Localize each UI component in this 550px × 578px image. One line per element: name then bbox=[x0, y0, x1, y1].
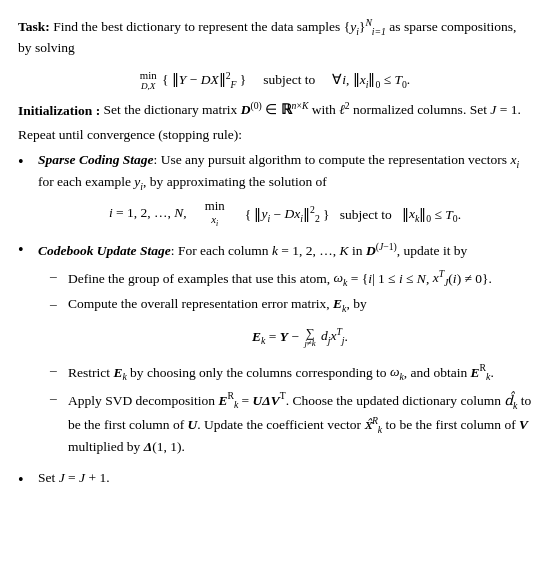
sub-step-2-content: Compute the overall representation error… bbox=[68, 294, 532, 356]
min-label: min D,X { ‖Y − DX‖2F } bbox=[140, 72, 250, 87]
set-j-item: • Set J = J + 1. bbox=[18, 468, 532, 491]
set-j-content: Set J = J + 1. bbox=[38, 468, 532, 489]
bullet-2: • bbox=[18, 238, 34, 261]
dash-3: – bbox=[50, 360, 64, 381]
min-subscript: D,X bbox=[141, 81, 156, 91]
dash-1: – bbox=[50, 266, 64, 287]
sub-step-3-content: Restrict Ek by choosing only the columns… bbox=[68, 360, 532, 384]
dash-4: – bbox=[50, 388, 64, 409]
sparse-coding-item: • Sparse Coding Stage: Use any pursuit a… bbox=[18, 150, 532, 232]
error-matrix-eq: Ek = Y − ∑ j≠k djxTj. bbox=[68, 324, 532, 348]
codebook-sub-steps: – Define the group of examples that use … bbox=[38, 266, 532, 458]
sparse-min-block: min xi bbox=[205, 199, 225, 228]
initialization-section: Initialization : Set the dictionary matr… bbox=[18, 98, 532, 121]
dash-2: – bbox=[50, 294, 64, 315]
codebook-update-item: • Codebook Update Stage: For each column… bbox=[18, 238, 532, 461]
subject-to: subject to bbox=[263, 72, 315, 87]
sub-step-2: – Compute the overall representation err… bbox=[50, 294, 532, 356]
sub-step-1: – Define the group of examples that use … bbox=[50, 266, 532, 290]
algorithm-steps: • Sparse Coding Stage: Use any pursuit a… bbox=[18, 150, 532, 491]
repeat-label: Repeat until convergence (stopping rule)… bbox=[18, 125, 532, 146]
sub-step-4: – Apply SVD decomposition ERk = UΔVT. Ch… bbox=[50, 388, 532, 457]
optimization-problem: min D,X { ‖Y − DX‖2F } subject to ∀i, ‖x… bbox=[18, 67, 532, 91]
init-label: Initialization : bbox=[18, 102, 100, 117]
min-text: min bbox=[140, 70, 157, 82]
codebook-stage-label: Codebook Update Stage bbox=[38, 243, 171, 258]
codebook-update-content: Codebook Update Stage: For each column k… bbox=[38, 238, 532, 461]
sparse-i-range: i = 1, 2, …, N, bbox=[109, 203, 187, 224]
bullet-3: • bbox=[18, 468, 34, 491]
sparse-obj: { ‖yi − Dxi‖22 } subject to ‖xk‖0 ≤ T0. bbox=[245, 202, 461, 226]
sparse-equation-row: i = 1, 2, …, N, min xi { ‖yi − Dxi‖22 } … bbox=[38, 199, 532, 228]
sub-step-1-content: Define the group of examples that use th… bbox=[68, 266, 532, 290]
task-desc: Find the best dictionary to represent th… bbox=[18, 19, 516, 56]
sub-step-4-content: Apply SVD decomposition ERk = UΔVT. Choo… bbox=[68, 388, 532, 457]
task-block: Task: Find the best dictionary to repres… bbox=[18, 14, 532, 59]
sparse-stage-label: Sparse Coding Stage bbox=[38, 152, 154, 167]
init-text: Set the dictionary matrix D(0) ∈ ℝn×K wi… bbox=[104, 102, 521, 117]
constraint: ∀i, ‖xi‖0 ≤ T0. bbox=[332, 72, 410, 87]
task-label: Task: bbox=[18, 19, 50, 34]
sparse-coding-content: Sparse Coding Stage: Use any pursuit alg… bbox=[38, 150, 532, 232]
sub-step-3: – Restrict Ek by choosing only the colum… bbox=[50, 360, 532, 384]
bullet-1: • bbox=[18, 150, 34, 173]
